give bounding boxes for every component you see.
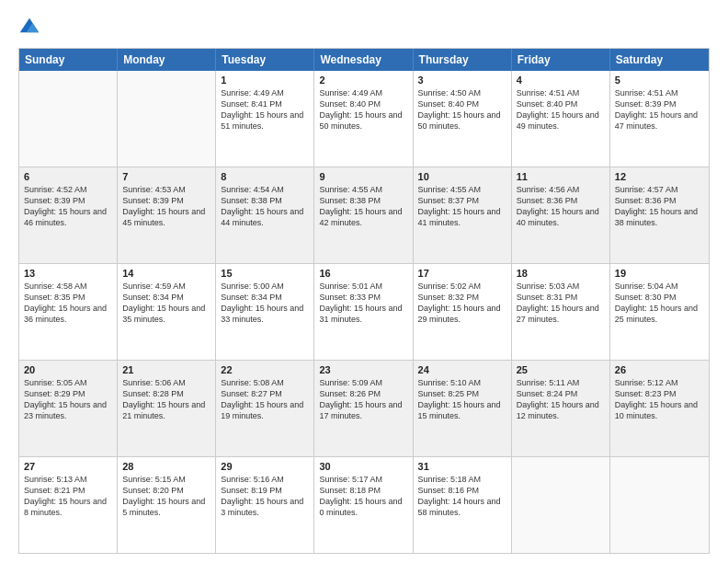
day-number: 19	[615, 268, 704, 279]
calendar-cell-4-4: 31Sunrise: 5:18 AMSunset: 8:16 PMDayligh…	[414, 457, 512, 553]
day-number: 26	[615, 364, 704, 375]
cell-details: Sunrise: 4:51 AMSunset: 8:40 PMDaylight:…	[517, 87, 605, 132]
cell-details: Sunrise: 4:51 AMSunset: 8:39 PMDaylight:…	[615, 87, 704, 132]
cell-details: Sunrise: 5:02 AMSunset: 8:32 PMDaylight:…	[418, 281, 506, 326]
day-number: 21	[122, 364, 210, 375]
calendar-cell-2-6: 19Sunrise: 5:04 AMSunset: 8:30 PMDayligh…	[610, 264, 709, 360]
cell-details: Sunrise: 5:06 AMSunset: 8:28 PMDaylight:…	[122, 377, 210, 422]
calendar-cell-2-5: 18Sunrise: 5:03 AMSunset: 8:31 PMDayligh…	[512, 264, 610, 360]
day-number: 5	[615, 75, 704, 86]
cell-details: Sunrise: 4:49 AMSunset: 8:40 PMDaylight:…	[319, 87, 407, 132]
calendar-cell-0-2: 1Sunrise: 4:49 AMSunset: 8:41 PMDaylight…	[216, 71, 314, 167]
calendar-cell-3-6: 26Sunrise: 5:12 AMSunset: 8:23 PMDayligh…	[610, 361, 709, 456]
calendar-cell-1-3: 9Sunrise: 4:55 AMSunset: 8:38 PMDaylight…	[314, 167, 413, 263]
day-number: 8	[221, 171, 309, 182]
day-number: 7	[122, 171, 210, 182]
calendar-cell-1-1: 7Sunrise: 4:53 AMSunset: 8:39 PMDaylight…	[118, 167, 216, 263]
logo	[18, 17, 44, 39]
cell-details: Sunrise: 4:54 AMSunset: 8:38 PMDaylight:…	[221, 184, 309, 229]
day-number: 2	[319, 75, 407, 86]
calendar-cell-3-2: 22Sunrise: 5:08 AMSunset: 8:27 PMDayligh…	[216, 361, 314, 456]
calendar-cell-1-4: 10Sunrise: 4:55 AMSunset: 8:37 PMDayligh…	[414, 167, 512, 263]
calendar-cell-3-1: 21Sunrise: 5:06 AMSunset: 8:28 PMDayligh…	[118, 361, 216, 456]
calendar-cell-1-0: 6Sunrise: 4:52 AMSunset: 8:39 PMDaylight…	[19, 167, 118, 263]
calendar-cell-4-5	[512, 457, 610, 553]
day-number: 14	[122, 268, 210, 279]
cell-details: Sunrise: 5:11 AMSunset: 8:24 PMDaylight:…	[517, 377, 605, 422]
day-number: 29	[221, 461, 309, 472]
header-day-wednesday: Wednesday	[314, 49, 413, 71]
calendar: SundayMondayTuesdayWednesdayThursdayFrid…	[18, 48, 710, 554]
day-number: 28	[122, 461, 210, 472]
calendar-cell-3-0: 20Sunrise: 5:05 AMSunset: 8:29 PMDayligh…	[19, 361, 118, 456]
cell-details: Sunrise: 4:55 AMSunset: 8:38 PMDaylight:…	[319, 184, 407, 229]
day-number: 18	[517, 268, 605, 279]
calendar-cell-1-6: 12Sunrise: 4:57 AMSunset: 8:36 PMDayligh…	[610, 167, 709, 263]
day-number: 13	[24, 268, 112, 279]
day-number: 6	[24, 171, 112, 182]
calendar-cell-2-3: 16Sunrise: 5:01 AMSunset: 8:33 PMDayligh…	[314, 264, 413, 360]
page: SundayMondayTuesdayWednesdayThursdayFrid…	[0, 0, 728, 563]
cell-details: Sunrise: 5:17 AMSunset: 8:18 PMDaylight:…	[319, 474, 407, 519]
logo-icon	[18, 17, 40, 39]
cell-details: Sunrise: 5:00 AMSunset: 8:34 PMDaylight:…	[221, 281, 309, 326]
day-number: 22	[221, 364, 309, 375]
header-day-saturday: Saturday	[610, 49, 709, 71]
calendar-cell-4-6	[610, 457, 709, 553]
calendar-cell-4-1: 28Sunrise: 5:15 AMSunset: 8:20 PMDayligh…	[118, 457, 216, 553]
header	[18, 17, 710, 39]
day-number: 25	[517, 364, 605, 375]
calendar-cell-2-2: 15Sunrise: 5:00 AMSunset: 8:34 PMDayligh…	[216, 264, 314, 360]
day-number: 20	[24, 364, 112, 375]
cell-details: Sunrise: 5:13 AMSunset: 8:21 PMDaylight:…	[24, 474, 112, 519]
header-day-tuesday: Tuesday	[216, 49, 314, 71]
cell-details: Sunrise: 4:50 AMSunset: 8:40 PMDaylight:…	[418, 87, 506, 132]
day-number: 24	[418, 364, 506, 375]
day-number: 1	[221, 75, 309, 86]
cell-details: Sunrise: 5:08 AMSunset: 8:27 PMDaylight:…	[221, 377, 309, 422]
calendar-row-0: 1Sunrise: 4:49 AMSunset: 8:41 PMDaylight…	[19, 71, 709, 167]
calendar-cell-0-4: 3Sunrise: 4:50 AMSunset: 8:40 PMDaylight…	[414, 71, 512, 167]
calendar-cell-0-0	[19, 71, 118, 167]
day-number: 31	[418, 461, 506, 472]
calendar-header: SundayMondayTuesdayWednesdayThursdayFrid…	[19, 49, 709, 71]
calendar-cell-0-6: 5Sunrise: 4:51 AMSunset: 8:39 PMDaylight…	[610, 71, 709, 167]
calendar-cell-2-1: 14Sunrise: 4:59 AMSunset: 8:34 PMDayligh…	[118, 264, 216, 360]
cell-details: Sunrise: 5:09 AMSunset: 8:26 PMDaylight:…	[319, 377, 407, 422]
calendar-cell-4-0: 27Sunrise: 5:13 AMSunset: 8:21 PMDayligh…	[19, 457, 118, 553]
cell-details: Sunrise: 5:16 AMSunset: 8:19 PMDaylight:…	[221, 474, 309, 519]
cell-details: Sunrise: 4:58 AMSunset: 8:35 PMDaylight:…	[24, 281, 112, 326]
cell-details: Sunrise: 5:10 AMSunset: 8:25 PMDaylight:…	[418, 377, 506, 422]
calendar-row-1: 6Sunrise: 4:52 AMSunset: 8:39 PMDaylight…	[19, 167, 709, 264]
calendar-cell-4-3: 30Sunrise: 5:17 AMSunset: 8:18 PMDayligh…	[314, 457, 413, 553]
cell-details: Sunrise: 5:04 AMSunset: 8:30 PMDaylight:…	[615, 281, 704, 326]
cell-details: Sunrise: 4:57 AMSunset: 8:36 PMDaylight:…	[615, 184, 704, 229]
cell-details: Sunrise: 4:53 AMSunset: 8:39 PMDaylight:…	[122, 184, 210, 229]
cell-details: Sunrise: 5:05 AMSunset: 8:29 PMDaylight:…	[24, 377, 112, 422]
cell-details: Sunrise: 4:56 AMSunset: 8:36 PMDaylight:…	[517, 184, 605, 229]
calendar-cell-3-5: 25Sunrise: 5:11 AMSunset: 8:24 PMDayligh…	[512, 361, 610, 456]
day-number: 27	[24, 461, 112, 472]
day-number: 4	[517, 75, 605, 86]
day-number: 17	[418, 268, 506, 279]
header-day-monday: Monday	[118, 49, 216, 71]
cell-details: Sunrise: 4:52 AMSunset: 8:39 PMDaylight:…	[24, 184, 112, 229]
calendar-cell-2-4: 17Sunrise: 5:02 AMSunset: 8:32 PMDayligh…	[414, 264, 512, 360]
cell-details: Sunrise: 5:18 AMSunset: 8:16 PMDaylight:…	[418, 474, 506, 519]
day-number: 9	[319, 171, 407, 182]
calendar-cell-0-3: 2Sunrise: 4:49 AMSunset: 8:40 PMDaylight…	[314, 71, 413, 167]
day-number: 16	[319, 268, 407, 279]
calendar-cell-1-2: 8Sunrise: 4:54 AMSunset: 8:38 PMDaylight…	[216, 167, 314, 263]
cell-details: Sunrise: 4:55 AMSunset: 8:37 PMDaylight:…	[418, 184, 506, 229]
calendar-row-3: 20Sunrise: 5:05 AMSunset: 8:29 PMDayligh…	[19, 361, 709, 457]
calendar-row-2: 13Sunrise: 4:58 AMSunset: 8:35 PMDayligh…	[19, 264, 709, 361]
header-day-friday: Friday	[512, 49, 610, 71]
day-number: 3	[418, 75, 506, 86]
calendar-cell-1-5: 11Sunrise: 4:56 AMSunset: 8:36 PMDayligh…	[512, 167, 610, 263]
day-number: 23	[319, 364, 407, 375]
day-number: 12	[615, 171, 704, 182]
calendar-cell-3-3: 23Sunrise: 5:09 AMSunset: 8:26 PMDayligh…	[314, 361, 413, 456]
cell-details: Sunrise: 5:15 AMSunset: 8:20 PMDaylight:…	[122, 474, 210, 519]
day-number: 10	[418, 171, 506, 182]
calendar-cell-2-0: 13Sunrise: 4:58 AMSunset: 8:35 PMDayligh…	[19, 264, 118, 360]
